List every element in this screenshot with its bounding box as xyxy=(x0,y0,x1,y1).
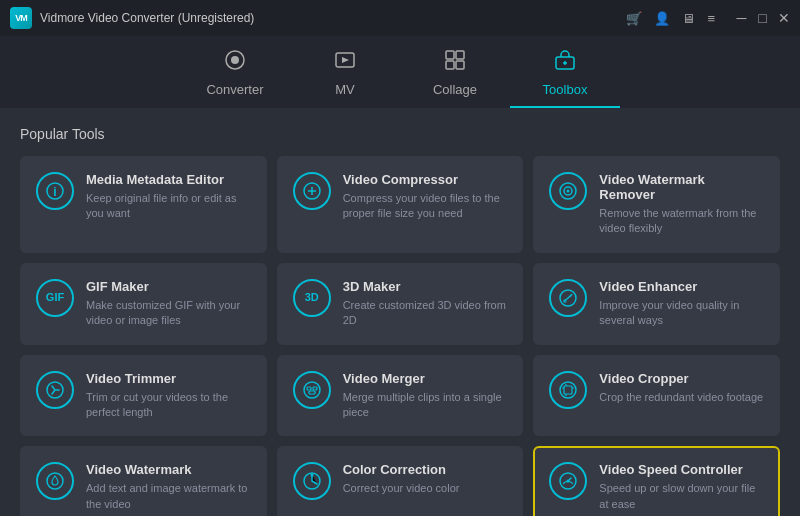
tool-info-video-speed-controller: Video Speed ControllerSpeed up or slow d… xyxy=(599,462,764,512)
tool-desc-video-compressor: Compress your video files to the proper … xyxy=(343,191,508,222)
video-enhancer-icon xyxy=(549,279,587,317)
tool-card-media-metadata[interactable]: iMedia Metadata EditorKeep original file… xyxy=(20,156,267,253)
svg-rect-6 xyxy=(456,61,464,69)
tool-name-video-cropper: Video Cropper xyxy=(599,371,764,386)
tool-name-video-trimmer: Video Trimmer xyxy=(86,371,251,386)
tool-desc-video-merger: Merge multiple clips into a single piece xyxy=(343,390,508,421)
tool-card-gif-maker[interactable]: GIFGIF MakerMake customized GIF with you… xyxy=(20,263,267,345)
tool-info-video-merger: Video MergerMerge multiple clips into a … xyxy=(343,371,508,421)
mv-icon xyxy=(334,49,356,76)
tool-info-media-metadata: Media Metadata EditorKeep original file … xyxy=(86,172,251,222)
tab-toolbox-label: Toolbox xyxy=(543,82,588,97)
converter-icon xyxy=(224,49,246,76)
tool-info-video-watermark: Video WatermarkAdd text and image waterm… xyxy=(86,462,251,512)
tab-mv-label: MV xyxy=(335,82,355,97)
svg-rect-21 xyxy=(313,387,317,390)
tool-card-3d-maker[interactable]: 3D3D MakerCreate customized 3D video fro… xyxy=(277,263,524,345)
svg-rect-22 xyxy=(309,391,315,394)
tab-converter[interactable]: Converter xyxy=(180,40,290,108)
tools-grid: iMedia Metadata EditorKeep original file… xyxy=(20,156,780,516)
tool-card-video-enhancer[interactable]: Video EnhancerImprove your video quality… xyxy=(533,263,780,345)
tool-card-video-watermark[interactable]: Video WatermarkAdd text and image waterm… xyxy=(20,446,267,516)
video-merger-icon xyxy=(293,371,331,409)
title-bar-left: VM Vidmore Video Converter (Unregistered… xyxy=(10,7,254,29)
window-controls: ─ □ ✕ xyxy=(735,12,790,25)
tool-desc-video-cropper: Crop the redundant video footage xyxy=(599,390,764,405)
tool-card-video-trimmer[interactable]: Video TrimmerTrim or cut your videos to … xyxy=(20,355,267,437)
title-bar: VM Vidmore Video Converter (Unregistered… xyxy=(0,0,800,36)
tool-desc-3d-maker: Create customized 3D video from 2D xyxy=(343,298,508,329)
menu-icon[interactable]: ≡ xyxy=(707,11,715,26)
svg-point-17 xyxy=(563,299,567,303)
video-compressor-icon xyxy=(293,172,331,210)
tool-desc-video-speed-controller: Speed up or slow down your file at ease xyxy=(599,481,764,512)
tool-info-video-watermark-remover: Video Watermark RemoverRemove the waterm… xyxy=(599,172,764,237)
svg-point-23 xyxy=(560,382,576,398)
title-bar-right: 🛒 👤 🖥 ≡ ─ □ ✕ xyxy=(626,11,790,26)
video-trimmer-icon xyxy=(36,371,74,409)
tool-info-color-correction: Color CorrectionCorrect your video color xyxy=(343,462,508,496)
video-watermark-remover-icon xyxy=(549,172,587,210)
svg-rect-24 xyxy=(564,386,572,394)
tool-name-video-watermark-remover: Video Watermark Remover xyxy=(599,172,764,202)
tool-name-video-merger: Video Merger xyxy=(343,371,508,386)
tab-converter-label: Converter xyxy=(206,82,263,97)
svg-rect-3 xyxy=(446,51,454,59)
tool-card-color-correction[interactable]: Color CorrectionCorrect your video color xyxy=(277,446,524,516)
tool-info-video-enhancer: Video EnhancerImprove your video quality… xyxy=(599,279,764,329)
tool-desc-video-trimmer: Trim or cut your videos to the perfect l… xyxy=(86,390,251,421)
restore-button[interactable]: □ xyxy=(756,12,769,25)
svg-rect-4 xyxy=(456,51,464,59)
tool-name-media-metadata: Media Metadata Editor xyxy=(86,172,251,187)
gif-maker-icon: GIF xyxy=(36,279,74,317)
tool-name-video-compressor: Video Compressor xyxy=(343,172,508,187)
tab-collage[interactable]: Collage xyxy=(400,40,510,108)
tool-name-3d-maker: 3D Maker xyxy=(343,279,508,294)
svg-point-1 xyxy=(231,56,239,64)
app-title: Vidmore Video Converter (Unregistered) xyxy=(40,11,254,25)
svg-point-29 xyxy=(567,480,570,483)
tool-info-video-cropper: Video CropperCrop the redundant video fo… xyxy=(599,371,764,405)
tool-name-video-enhancer: Video Enhancer xyxy=(599,279,764,294)
section-title: Popular Tools xyxy=(20,126,780,142)
tool-card-video-cropper[interactable]: Video CropperCrop the redundant video fo… xyxy=(533,355,780,437)
svg-rect-20 xyxy=(307,387,311,390)
tool-desc-video-watermark: Add text and image watermark to the vide… xyxy=(86,481,251,512)
tool-desc-color-correction: Correct your video color xyxy=(343,481,508,496)
video-watermark-icon xyxy=(36,462,74,500)
tool-info-video-trimmer: Video TrimmerTrim or cut your videos to … xyxy=(86,371,251,421)
tool-name-gif-maker: GIF Maker xyxy=(86,279,251,294)
minimize-button[interactable]: ─ xyxy=(735,12,748,25)
media-metadata-icon: i xyxy=(36,172,74,210)
svg-point-27 xyxy=(310,474,313,477)
tool-name-video-speed-controller: Video Speed Controller xyxy=(599,462,764,477)
collage-icon xyxy=(444,49,466,76)
tab-toolbox[interactable]: Toolbox xyxy=(510,40,620,108)
tool-card-video-merger[interactable]: Video MergerMerge multiple clips into a … xyxy=(277,355,524,437)
cart-icon[interactable]: 🛒 xyxy=(626,11,642,26)
tool-info-video-compressor: Video CompressorCompress your video file… xyxy=(343,172,508,222)
close-button[interactable]: ✕ xyxy=(777,12,790,25)
svg-point-19 xyxy=(304,382,320,398)
nav-tabs: Converter MV Collage xyxy=(0,36,800,108)
svg-text:i: i xyxy=(53,185,56,199)
tool-name-video-watermark: Video Watermark xyxy=(86,462,251,477)
color-correction-icon xyxy=(293,462,331,500)
tool-card-video-watermark-remover[interactable]: Video Watermark RemoverRemove the waterm… xyxy=(533,156,780,253)
svg-point-15 xyxy=(567,190,570,193)
content-area: Popular Tools iMedia Metadata EditorKeep… xyxy=(0,108,800,516)
tab-mv[interactable]: MV xyxy=(290,40,400,108)
tool-info-gif-maker: GIF MakerMake customized GIF with your v… xyxy=(86,279,251,329)
video-speed-controller-icon xyxy=(549,462,587,500)
tool-card-video-speed-controller[interactable]: Video Speed ControllerSpeed up or slow d… xyxy=(533,446,780,516)
screen-icon[interactable]: 🖥 xyxy=(682,11,695,26)
user-icon[interactable]: 👤 xyxy=(654,11,670,26)
tool-info-3d-maker: 3D MakerCreate customized 3D video from … xyxy=(343,279,508,329)
tool-card-video-compressor[interactable]: Video CompressorCompress your video file… xyxy=(277,156,524,253)
tab-collage-label: Collage xyxy=(433,82,477,97)
video-cropper-icon xyxy=(549,371,587,409)
tool-desc-video-watermark-remover: Remove the watermark from the video flex… xyxy=(599,206,764,237)
toolbox-icon xyxy=(554,49,576,76)
tool-name-color-correction: Color Correction xyxy=(343,462,508,477)
app-logo: VM xyxy=(10,7,32,29)
